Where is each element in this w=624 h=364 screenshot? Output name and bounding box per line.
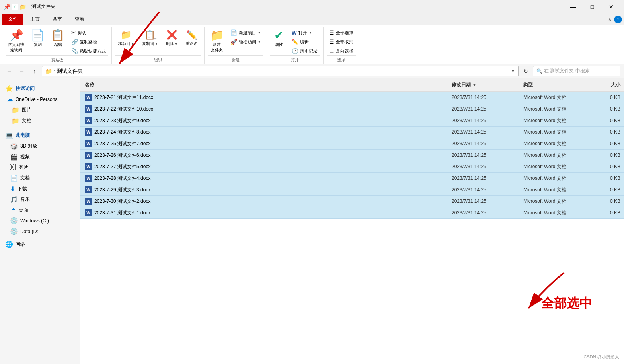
rename-button[interactable]: ✏️ 重命名 [183,28,201,48]
file-cell-type: Microsoft Word 文档 [520,174,592,183]
table-row[interactable]: W 2023-7-26 测试文件6.docx 2023/7/31 14:25 M… [80,150,624,161]
table-row[interactable]: W 2023-7-22 测试文件10.docx 2023/7/31 14:25 … [80,103,624,115]
copy-path-button[interactable]: 🔗 复制路径 [69,37,108,46]
history-button[interactable]: 🕐 历史记录 [289,47,320,55]
file-cell-type: Microsoft Word 文档 [520,151,592,160]
file-cell-type: Microsoft Word 文档 [520,128,592,137]
drive-c-icon: 💿 [10,217,18,224]
back-button[interactable]: ← [4,66,15,77]
open-content: ✔ 属性 W 打开 ▼ ✏️ 编辑 🕐 历史记录 [270,27,320,55]
table-row[interactable]: W 2023-7-21 测试文件11.docx 2023/7/31 14:25 … [80,92,624,103]
file-cell-type: Microsoft Word 文档 [520,105,592,114]
deselect-all-button[interactable]: ☰ 全部取消 [327,37,356,46]
file-name: 2023-7-27 测试文件5.docx [94,164,150,170]
refresh-button[interactable]: ↻ [520,66,531,77]
file-cell-type: Microsoft Word 文档 [520,93,592,102]
select-all-button[interactable]: ☰ 全部选择 [327,28,356,37]
close-button[interactable]: ✕ [602,0,620,13]
sidebar-item-onedrive[interactable]: ☁ OneDrive - Personal [0,94,80,105]
open-button[interactable]: W 打开 ▼ [289,28,320,37]
sidebar: ⭐ 快速访问 ☁ OneDrive - Personal 📁 图片 📁 文档 💻… [0,78,80,364]
pin-to-quickaccess-button[interactable]: 📌 固定到快速访问 [6,28,27,55]
file-cell-size: 0 KB [592,163,624,171]
help-icon[interactable]: ? [614,16,622,23]
table-row[interactable]: W 2023-7-28 测试文件4.docx 2023/7/31 14:25 M… [80,173,624,184]
word-file-icon: W [85,128,92,136]
desktop-icon: 🖥 [10,206,16,214]
file-cell-size: 0 KB [592,93,624,101]
file-rows-container: W 2023-7-21 测试文件11.docx 2023/7/31 14:25 … [80,92,624,219]
sidebar-item-quickaccess[interactable]: ⭐ 快速访问 [0,82,80,94]
maximize-button[interactable]: □ [583,0,601,13]
file-name: 2023-7-29 测试文件3.docx [94,187,150,193]
tab-view[interactable]: 查看 [69,14,90,25]
new-item-button[interactable]: 📄 新建项目 ▼ [228,28,263,37]
sidebar-item-3d[interactable]: 🎲 3D 对象 [0,141,80,152]
table-row[interactable]: W 2023-7-29 测试文件3.docx 2023/7/31 14:25 M… [80,184,624,196]
search-bar[interactable]: 🔍 在 测试文件夹 中搜索 [533,66,620,76]
ribbon-group-open: ✔ 属性 W 打开 ▼ ✏️ 编辑 🕐 历史记录 [267,27,324,64]
sidebar-item-network[interactable]: 🌐 网络 [0,239,80,250]
copy-to-icon: 📋➡ [144,30,155,40]
paste-button[interactable]: 📋 粘贴 [49,28,67,49]
address-bar[interactable]: 📁 › 测试文件夹 ▼ [42,66,519,76]
sidebar-item-downloads[interactable]: ⬇ 下载 [0,183,80,194]
invert-selection-label: 反向选择 [336,48,353,54]
copy-icon: 📄 [31,30,45,41]
edit-icon: ✏️ [292,39,298,45]
ribbon-collapse-icon[interactable]: ∧ [608,17,612,22]
file-cell-date: 2023/7/31 14:25 [448,140,520,148]
sidebar-item-docs[interactable]: 📄 文档 [0,173,80,183]
paste-shortcut-button[interactable]: 📎 粘贴快捷方式 [69,47,108,55]
table-row[interactable]: W 2023-7-23 测试文件9.docx 2023/7/31 14:25 M… [80,115,624,127]
sidebar-item-pictures-od[interactable]: 📁 图片 [0,105,80,115]
ribbon-tabs: 文件 主页 共享 查看 ∧ ? [0,13,624,25]
file-name: 2023-7-28 测试文件4.docx [94,175,150,182]
col-header-date[interactable]: 修改日期 ▼ [448,80,520,90]
properties-icon: ✔ [274,30,283,41]
minimize-button[interactable]: — [564,0,582,13]
tab-home[interactable]: 主页 [24,14,46,25]
select-small-group: ☰ 全部选择 ☰ 全部取消 ☰ 反向选择 [327,28,356,55]
new-folder-button[interactable]: 📁 新建文件夹 [208,28,226,55]
move-to-button[interactable]: 📁 移动到 ▼ [115,28,137,48]
copy-button[interactable]: 📄 复制 [28,28,47,49]
table-row[interactable]: W 2023-7-27 测试文件5.docx 2023/7/31 14:25 M… [80,161,624,173]
word-file-icon: W [85,198,92,205]
sidebar-item-pictures[interactable]: 🖼 图片 [0,162,80,173]
file-cell-name: W 2023-7-25 测试文件7.docx [80,139,448,148]
drive-c-label: Windows (C:) [20,218,49,224]
edit-button[interactable]: ✏️ 编辑 [289,37,320,46]
copy-to-button[interactable]: 📋➡ 复制到 ▼ [139,28,161,48]
navigation-bar: ← → ↑ 📁 › 测试文件夹 ▼ ↻ 🔍 在 测试文件夹 中搜索 [0,64,624,78]
address-dropdown-arrow[interactable]: ▼ [511,69,515,73]
delete-button[interactable]: ❌ 删除 ▼ [163,28,181,48]
table-row[interactable]: W 2023-7-31 测试文件1.docx 2023/7/31 14:25 M… [80,207,624,219]
easy-access-label: 轻松访问 [239,39,256,45]
sidebar-item-desktop[interactable]: 🖥 桌面 [0,205,80,215]
table-row[interactable]: W 2023-7-24 测试文件8.docx 2023/7/31 14:25 M… [80,127,624,138]
cut-button[interactable]: ✂ 剪切 [69,28,108,37]
tab-share[interactable]: 共享 [47,14,68,25]
col-header-type: 类型 [520,80,592,90]
sidebar-item-video[interactable]: 🎬 视频 [0,152,80,162]
table-row[interactable]: W 2023-7-30 测试文件2.docx 2023/7/31 14:25 M… [80,196,624,207]
docs-label: 文档 [20,175,30,181]
sidebar-item-music[interactable]: 🎵 音乐 [0,194,80,205]
address-folder-icon: 📁 [45,68,52,74]
invert-selection-button[interactable]: ☰ 反向选择 [327,47,356,55]
sidebar-item-thispc[interactable]: 💻 此电脑 [0,128,80,141]
sidebar-item-drive-c[interactable]: 💿 Windows (C:) [0,215,80,226]
sidebar-item-docs-od[interactable]: 📁 文档 [0,115,80,126]
network-label: 网络 [16,241,25,248]
sidebar-item-drive-d[interactable]: 💿 Data (D:) [0,226,80,237]
window-title: 测试文件夹 [31,3,564,10]
forward-button[interactable]: → [16,66,27,77]
up-button[interactable]: ↑ [29,66,40,77]
table-row[interactable]: W 2023-7-25 测试文件7.docx 2023/7/31 14:25 M… [80,138,624,150]
properties-button[interactable]: ✔ 属性 [270,28,288,49]
file-cell-name: W 2023-7-28 测试文件4.docx [80,173,448,183]
tab-file[interactable]: 文件 [2,14,23,25]
easy-access-button[interactable]: 🚀 轻松访问 ▼ [228,37,263,46]
file-cell-type: Microsoft Word 文档 [520,116,592,125]
